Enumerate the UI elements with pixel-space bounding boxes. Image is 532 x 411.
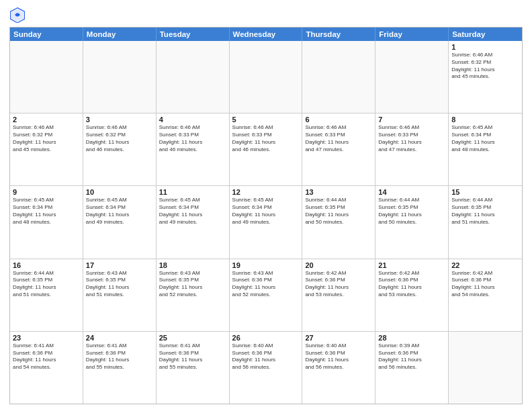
cal-cell-26: 26Sunrise: 6:40 AM Sunset: 6:36 PM Dayli… (230, 332, 303, 404)
day-number: 18 (159, 261, 226, 269)
day-number: 22 (451, 261, 519, 269)
cell-info: Sunrise: 6:44 AM Sunset: 6:35 PM Dayligh… (451, 197, 519, 226)
day-number: 17 (86, 261, 153, 269)
cell-info: Sunrise: 6:46 AM Sunset: 6:32 PM Dayligh… (13, 124, 80, 153)
logo-icon (9, 7, 26, 23)
day-number: 10 (86, 188, 153, 196)
cal-cell-empty-0-4 (302, 41, 375, 113)
calendar-body: 1Sunrise: 6:46 AM Sunset: 6:32 PM Daylig… (10, 41, 522, 404)
cal-cell-11: 11Sunrise: 6:45 AM Sunset: 6:34 PM Dayli… (157, 186, 230, 258)
cal-cell-empty-0-5 (375, 41, 449, 113)
cell-info: Sunrise: 6:40 AM Sunset: 6:36 PM Dayligh… (305, 342, 372, 371)
cal-cell-5: 5Sunrise: 6:46 AM Sunset: 6:33 PM Daylig… (230, 113, 303, 185)
day-number: 19 (232, 261, 300, 269)
cal-cell-empty-4-6 (449, 332, 522, 404)
cal-cell-8: 8Sunrise: 6:45 AM Sunset: 6:34 PM Daylig… (449, 113, 522, 185)
cell-info: Sunrise: 6:42 AM Sunset: 6:36 PM Dayligh… (451, 270, 519, 299)
header-day-tuesday: Tuesday (157, 28, 230, 41)
day-number: 14 (378, 188, 445, 196)
cell-info: Sunrise: 6:46 AM Sunset: 6:33 PM Dayligh… (305, 124, 372, 153)
cell-info: Sunrise: 6:41 AM Sunset: 6:36 PM Dayligh… (159, 342, 226, 371)
cell-info: Sunrise: 6:46 AM Sunset: 6:33 PM Dayligh… (232, 124, 300, 153)
cal-cell-13: 13Sunrise: 6:44 AM Sunset: 6:35 PM Dayli… (302, 186, 375, 258)
cell-info: Sunrise: 6:43 AM Sunset: 6:36 PM Dayligh… (232, 270, 300, 299)
cell-info: Sunrise: 6:45 AM Sunset: 6:34 PM Dayligh… (13, 197, 80, 226)
header-day-saturday: Saturday (449, 28, 522, 41)
week-row-4: 16Sunrise: 6:44 AM Sunset: 6:35 PM Dayli… (10, 259, 522, 331)
day-number: 6 (305, 116, 372, 124)
week-row-1: 1Sunrise: 6:46 AM Sunset: 6:32 PM Daylig… (10, 41, 522, 113)
cal-cell-empty-0-3 (230, 41, 303, 113)
cal-cell-14: 14Sunrise: 6:44 AM Sunset: 6:35 PM Dayli… (375, 186, 449, 258)
cal-cell-7: 7Sunrise: 6:46 AM Sunset: 6:33 PM Daylig… (375, 113, 449, 185)
day-number: 9 (13, 188, 80, 196)
day-number: 21 (378, 261, 445, 269)
cal-cell-3: 3Sunrise: 6:46 AM Sunset: 6:32 PM Daylig… (83, 113, 157, 185)
day-number: 4 (159, 116, 226, 124)
day-number: 1 (451, 43, 519, 51)
day-number: 26 (232, 334, 300, 342)
cal-cell-21: 21Sunrise: 6:42 AM Sunset: 6:36 PM Dayli… (375, 259, 449, 331)
cal-cell-2: 2Sunrise: 6:46 AM Sunset: 6:32 PM Daylig… (10, 113, 83, 185)
day-number: 7 (378, 116, 445, 124)
cal-cell-12: 12Sunrise: 6:45 AM Sunset: 6:34 PM Dayli… (230, 186, 303, 258)
day-number: 13 (305, 188, 372, 196)
week-row-3: 9Sunrise: 6:45 AM Sunset: 6:34 PM Daylig… (10, 185, 522, 258)
cal-cell-empty-0-1 (83, 41, 157, 113)
day-number: 16 (13, 261, 80, 269)
cell-info: Sunrise: 6:45 AM Sunset: 6:34 PM Dayligh… (451, 124, 519, 153)
cell-info: Sunrise: 6:45 AM Sunset: 6:34 PM Dayligh… (232, 197, 300, 226)
cell-info: Sunrise: 6:44 AM Sunset: 6:35 PM Dayligh… (378, 197, 445, 226)
header-day-wednesday: Wednesday (230, 28, 303, 41)
cal-cell-4: 4Sunrise: 6:46 AM Sunset: 6:33 PM Daylig… (157, 113, 230, 185)
cell-info: Sunrise: 6:46 AM Sunset: 6:32 PM Dayligh… (86, 124, 153, 153)
header (9, 7, 523, 23)
page: SundayMondayTuesdayWednesdayThursdayFrid… (0, 0, 532, 411)
cell-info: Sunrise: 6:43 AM Sunset: 6:35 PM Dayligh… (86, 270, 153, 299)
day-number: 12 (232, 188, 300, 196)
cal-cell-27: 27Sunrise: 6:40 AM Sunset: 6:36 PM Dayli… (302, 332, 375, 404)
cell-info: Sunrise: 6:42 AM Sunset: 6:36 PM Dayligh… (305, 270, 372, 299)
day-number: 25 (159, 334, 226, 342)
day-number: 11 (159, 188, 226, 196)
cell-info: Sunrise: 6:45 AM Sunset: 6:34 PM Dayligh… (86, 197, 153, 226)
cell-info: Sunrise: 6:40 AM Sunset: 6:36 PM Dayligh… (232, 342, 300, 371)
logo (9, 7, 28, 23)
cell-info: Sunrise: 6:43 AM Sunset: 6:35 PM Dayligh… (159, 270, 226, 299)
day-number: 5 (232, 116, 300, 124)
cal-cell-17: 17Sunrise: 6:43 AM Sunset: 6:35 PM Dayli… (83, 259, 157, 331)
day-number: 24 (86, 334, 153, 342)
header-day-sunday: Sunday (10, 28, 83, 41)
day-number: 27 (305, 334, 372, 342)
cell-info: Sunrise: 6:44 AM Sunset: 6:35 PM Dayligh… (305, 197, 372, 226)
cal-cell-20: 20Sunrise: 6:42 AM Sunset: 6:36 PM Dayli… (302, 259, 375, 331)
cal-cell-15: 15Sunrise: 6:44 AM Sunset: 6:35 PM Dayli… (449, 186, 522, 258)
cal-cell-22: 22Sunrise: 6:42 AM Sunset: 6:36 PM Dayli… (449, 259, 522, 331)
calendar-header: SundayMondayTuesdayWednesdayThursdayFrid… (10, 28, 522, 41)
day-number: 15 (451, 188, 519, 196)
week-row-5: 23Sunrise: 6:41 AM Sunset: 6:36 PM Dayli… (10, 331, 522, 404)
header-day-friday: Friday (375, 28, 449, 41)
cal-cell-1: 1Sunrise: 6:46 AM Sunset: 6:32 PM Daylig… (449, 41, 522, 113)
cell-info: Sunrise: 6:46 AM Sunset: 6:32 PM Dayligh… (451, 52, 519, 81)
cell-info: Sunrise: 6:46 AM Sunset: 6:33 PM Dayligh… (159, 124, 226, 153)
cal-cell-28: 28Sunrise: 6:39 AM Sunset: 6:36 PM Dayli… (375, 332, 449, 404)
header-day-monday: Monday (83, 28, 157, 41)
cal-cell-19: 19Sunrise: 6:43 AM Sunset: 6:36 PM Dayli… (230, 259, 303, 331)
day-number: 2 (13, 116, 80, 124)
cal-cell-9: 9Sunrise: 6:45 AM Sunset: 6:34 PM Daylig… (10, 186, 83, 258)
day-number: 23 (13, 334, 80, 342)
cell-info: Sunrise: 6:46 AM Sunset: 6:33 PM Dayligh… (378, 124, 445, 153)
cell-info: Sunrise: 6:44 AM Sunset: 6:35 PM Dayligh… (13, 270, 80, 299)
cal-cell-empty-0-2 (157, 41, 230, 113)
cal-cell-empty-0-0 (10, 41, 83, 113)
cell-info: Sunrise: 6:39 AM Sunset: 6:36 PM Dayligh… (378, 342, 445, 371)
cell-info: Sunrise: 6:45 AM Sunset: 6:34 PM Dayligh… (159, 197, 226, 226)
calendar: SundayMondayTuesdayWednesdayThursdayFrid… (9, 27, 523, 404)
day-number: 3 (86, 116, 153, 124)
day-number: 28 (378, 334, 445, 342)
day-number: 8 (451, 116, 519, 124)
cal-cell-25: 25Sunrise: 6:41 AM Sunset: 6:36 PM Dayli… (157, 332, 230, 404)
cell-info: Sunrise: 6:42 AM Sunset: 6:36 PM Dayligh… (378, 270, 445, 299)
cell-info: Sunrise: 6:41 AM Sunset: 6:36 PM Dayligh… (86, 342, 153, 371)
